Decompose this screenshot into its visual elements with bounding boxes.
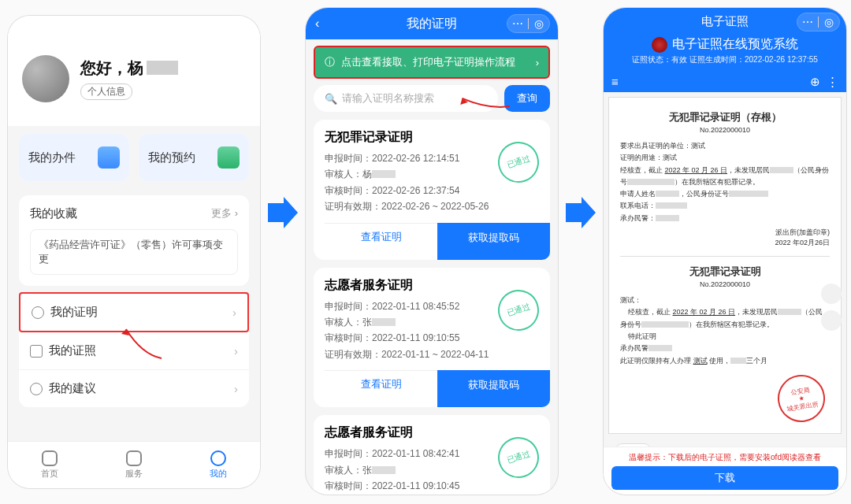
miniprogram-capsule[interactable]: ⋯◎ (797, 13, 840, 32)
info-icon: ⓘ (325, 55, 335, 69)
certificate-name: 志愿者服务证明 (325, 424, 539, 441)
certificate-status: 证照状态：有效 证照生成时间：2022-02-26 12:37:55 (604, 54, 846, 65)
svg-marker-0 (268, 197, 298, 228)
suggestion-icon (30, 383, 43, 395)
get-code-button[interactable]: 获取提取码 (437, 223, 550, 260)
help-banner[interactable]: ⓘ点击查看接取、打印电子证明操作流程 › (314, 46, 550, 79)
search-icon: 🔍 (325, 93, 337, 105)
zoom-icon[interactable]: ⊕ (810, 75, 820, 88)
greeting: 您好，杨 (80, 59, 143, 76)
close-icon[interactable]: ◎ (819, 16, 839, 28)
more-icon[interactable]: ⋯ (797, 16, 818, 28)
redacted-name (147, 61, 178, 75)
tab-mine[interactable]: 我的 (210, 450, 227, 480)
certificate-name: 志愿者服务证明 (325, 277, 539, 294)
menu-icon[interactable]: ≡ (611, 75, 619, 89)
emblem-icon (652, 37, 667, 53)
doc-title: 无犯罪记录证明（存根） (620, 110, 830, 124)
tab-bar: 首页 服务 我的 (8, 441, 260, 488)
certificate-card: 无犯罪记录证明申报时间：2022-02-26 12:14:51审核人：杨审核时间… (314, 120, 550, 260)
tab-home[interactable]: 首页 (41, 450, 58, 480)
close-icon[interactable]: ◎ (529, 17, 549, 30)
favorites-section: 我的收藏更多 › 《药品经营许可证》（零售）许可事项变更 (19, 195, 249, 286)
flow-arrow-icon (266, 197, 298, 228)
view-certificate-button[interactable]: 查看证明 (325, 371, 437, 398)
screen-profile: ⋯◎ 您好，杨 个人信息 我的办件 我的预约 我的收藏更多 › 《药品经营许可证… (8, 16, 260, 488)
screen-certificate-list: ‹ 我的证明 ⋯◎ ⓘ点击查看接取、打印电子证明操作流程 › 🔍请输入证明名称搜… (306, 8, 558, 495)
page-title: 电子证照 (701, 14, 749, 29)
miniprogram-capsule[interactable]: ⋯◎ (507, 14, 550, 33)
official-seal-icon: 公安局★城关派出所 (775, 372, 828, 425)
doc-number: No.2022000010 (620, 126, 830, 134)
view-certificate-button[interactable]: 查看证明 (325, 224, 437, 250)
certificate-card: 志愿者服务证明申报时间：2022-01-11 08:45:52审核人：张审核时间… (314, 268, 550, 408)
home-icon (42, 450, 58, 466)
tab-service[interactable]: 服务 (125, 450, 143, 480)
side-pager (821, 284, 842, 331)
favorite-item[interactable]: 《药品经营许可证》（零售）许可事项变更 (30, 229, 238, 275)
more-icon[interactable]: ⋯ (507, 17, 528, 30)
certificate-icon (32, 306, 44, 319)
more-icon[interactable]: ⋮ (827, 75, 838, 88)
card-my-cases[interactable]: 我的办件 (19, 134, 129, 181)
avatar[interactable] (22, 55, 69, 102)
card-my-appointments[interactable]: 我的预约 (139, 134, 249, 181)
get-code-button[interactable]: 获取提取码 (437, 370, 550, 407)
favorites-more[interactable]: 更多 › (211, 206, 238, 221)
page-up-button[interactable] (821, 284, 842, 304)
chevron-right-icon: › (234, 382, 238, 395)
annotation-arrow-icon (118, 323, 165, 365)
chevron-right-icon: › (232, 306, 236, 319)
back-icon[interactable]: ‹ (315, 17, 319, 31)
preview-system-title: 电子证照在线预览系统 (604, 36, 846, 53)
chevron-right-icon: › (536, 57, 539, 69)
doc-title: 无犯罪记录证明 (620, 265, 830, 279)
page-down-button[interactable] (821, 310, 842, 331)
mine-icon (210, 450, 226, 466)
certificate-card: 志愿者服务证明申报时间：2022-01-11 08:42:41审核人：张审核时间… (314, 415, 550, 495)
service-icon (126, 450, 142, 466)
chevron-right-icon: › (234, 344, 238, 358)
license-icon (30, 345, 43, 358)
download-button[interactable]: 下载 (611, 466, 838, 490)
toolbar: ≡ ⊕ ⋮ (604, 72, 846, 92)
download-hint: 温馨提示：下载后的电子证照，需要安装ofd阅读器查看 (611, 452, 838, 463)
page-title: 我的证明 (407, 16, 457, 32)
favorites-title: 我的收藏 (30, 206, 77, 221)
certificate-name: 无犯罪记录证明 (325, 129, 539, 146)
certificate-document[interactable]: 无犯罪记录证明（存根） No.2022000010 要求出具证明的单位：测试 证… (608, 97, 842, 434)
appointments-icon (217, 146, 240, 169)
svg-marker-1 (566, 197, 596, 228)
menu-my-suggestions[interactable]: 我的建议› (19, 370, 249, 407)
screen-certificate-preview: 电子证照 ⋯◎ 电子证照在线预览系统 证照状态：有效 证照生成时间：2022-0… (604, 8, 846, 495)
personal-info-button[interactable]: 个人信息 (80, 83, 132, 100)
doc-number: No.2022000010 (620, 280, 830, 288)
cases-icon (98, 146, 120, 169)
flow-arrow-icon (564, 197, 596, 228)
